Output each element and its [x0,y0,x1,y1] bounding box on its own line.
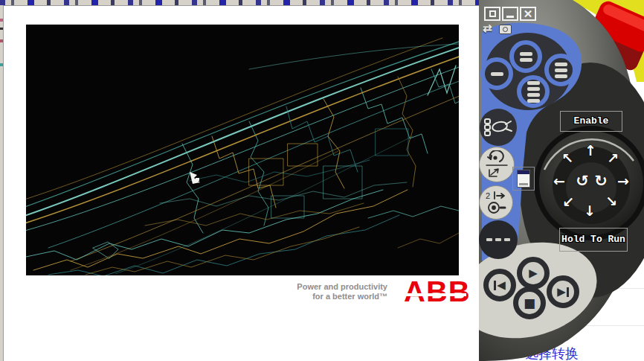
background-webpage: 激光 选择转换 [479,0,644,361]
hardkey-3-icon [555,74,567,78]
abb-logo: ABB [404,277,466,308]
stop-icon: ■ [524,295,535,310]
play-icon: ▶ [529,266,538,280]
enable-button[interactable]: Enable [560,111,622,132]
joystick-rotate-ccw-icon[interactable]: ↺ [576,172,589,190]
step-forward-button[interactable]: ▶ [547,275,579,308]
maximize-icon [489,10,496,17]
hardkey-1-icon [491,72,503,76]
hardkey-4-button[interactable] [517,75,550,108]
joystick-arrow-down-left-icon[interactable]: ↙ [562,194,574,210]
screen-window-icon [517,170,530,188]
hardkey-3-button[interactable] [544,54,577,86]
minimize-icon [506,16,514,18]
increment-button[interactable]: 2 [479,185,513,220]
globe-wireframe-splash-image [26,25,459,275]
hardkey-1-button[interactable] [480,57,513,90]
screenshot-root: Power and productivity for a better worl… [0,0,644,361]
step-backward-button[interactable]: ◀ [483,269,516,301]
joystick-arrow-left-icon[interactable]: ← [553,173,565,189]
abb-logo-stripe [404,293,466,296]
svg-text:2: 2 [486,191,490,200]
tagline-line2: for a better world™ [227,292,387,301]
close-icon: ✕ [524,8,533,19]
joystick-arrow-up-left-icon[interactable]: ↖ [561,150,573,166]
gripper-icon [483,117,513,138]
joystick-arrow-right-icon[interactable]: → [617,173,629,189]
camera-icon[interactable] [499,25,512,34]
step-backward-bar [494,281,496,290]
hold-to-run-button[interactable]: Hold To Run [559,228,628,252]
increment-icon: 2 [483,190,509,215]
step-forward-icon: ▶ [557,285,566,298]
pendant-screen-shortcut[interactable] [512,167,535,191]
tagline-line1: Power and productivity [227,282,387,292]
hardkey-2-icon [520,58,532,62]
joystick-rotate-cw-icon[interactable]: ↻ [594,172,608,190]
joystick-arrow-down-icon[interactable]: ↓ [584,202,596,219]
hardkey-4-icon [527,99,540,103]
motion-mode-button[interactable] [479,147,515,182]
menu-dashes-button[interactable] [479,220,518,259]
minimize-button[interactable] [502,7,518,21]
joystick-arrow-up-icon[interactable]: ↑ [585,142,596,159]
abb-logo-text: ABB [404,278,466,306]
joystick-arrow-up-right-icon[interactable]: ↗ [607,150,619,166]
splash-background [26,25,459,275]
main-canvas: Power and productivity for a better worl… [3,5,479,361]
step-backward-icon: ◀ [497,278,506,292]
stop-button[interactable]: ■ [513,287,546,319]
maximize-button[interactable] [484,7,500,21]
dashes-icon [486,238,492,241]
close-button[interactable]: ✕ [520,7,536,21]
mechanical-unit-button[interactable] [480,109,517,146]
joystick-arrow-down-right-icon[interactable]: ↘ [605,193,617,209]
play-button[interactable]: ▶ [517,257,550,290]
swap-view-icon[interactable]: ⇄ [483,22,492,35]
step-forward-bar [567,287,569,297]
abb-tagline: Power and productivity for a better worl… [227,282,387,301]
motion-mode-icon [483,150,510,179]
hardkey-2-button[interactable] [509,40,542,73]
